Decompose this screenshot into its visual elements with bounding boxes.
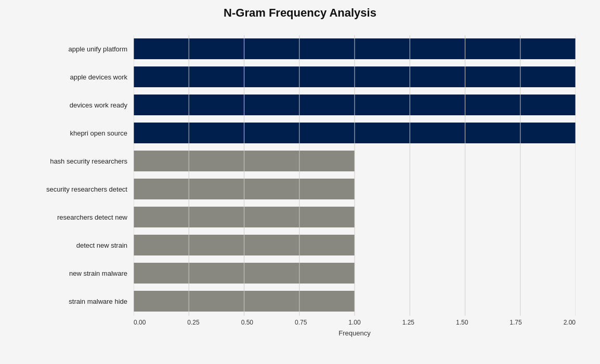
bar-track <box>134 95 576 115</box>
bar-row: apple unify platform <box>24 35 576 62</box>
bar-fill <box>134 263 355 284</box>
x-axis-tick: 1.75 <box>510 319 521 326</box>
x-axis-tick: 0.50 <box>241 319 253 326</box>
bar-track <box>134 38 576 59</box>
bar-track <box>134 207 576 227</box>
bar-fill <box>134 95 576 115</box>
x-axis-ticks: 0.000.250.500.751.001.251.501.752.00 <box>134 319 576 326</box>
chart-area: apple unify platformapple devices workde… <box>24 35 576 316</box>
chart-title: N-Gram Frequency Analysis <box>24 6 576 20</box>
x-axis-label: Frequency <box>134 329 576 337</box>
bar-label: apple unify platform <box>24 45 134 53</box>
bar-row: strain malware hide <box>24 288 576 315</box>
bar-fill <box>134 123 576 143</box>
bar-row: hash security researchers <box>24 147 576 174</box>
bar-row: researchers detect new <box>24 204 576 231</box>
bar-fill <box>134 235 355 255</box>
bar-track <box>134 123 576 143</box>
bar-track <box>134 263 576 284</box>
bar-label: apple devices work <box>24 73 134 81</box>
bar-label: new strain malware <box>24 269 134 277</box>
bar-row: new strain malware <box>24 260 576 287</box>
bar-fill <box>134 291 355 312</box>
bar-label: researchers detect new <box>24 213 134 221</box>
bar-track <box>134 291 576 312</box>
x-axis-tick: 0.25 <box>187 319 199 326</box>
bar-fill <box>134 38 576 59</box>
bar-label: strain malware hide <box>24 298 134 305</box>
bar-row: detect new strain <box>24 232 576 259</box>
bar-fill <box>134 66 576 87</box>
bar-fill <box>134 207 355 227</box>
bar-label: devices work ready <box>24 101 134 109</box>
bar-track <box>134 66 576 87</box>
bar-label: detect new strain <box>24 241 134 249</box>
bar-track <box>134 179 576 199</box>
bar-track <box>134 235 576 255</box>
bar-row: khepri open source <box>24 119 576 146</box>
bar-track <box>134 151 576 171</box>
bar-row: apple devices work <box>24 63 576 90</box>
x-axis-tick: 0.75 <box>295 319 307 326</box>
x-axis-tick: 0.00 <box>134 319 146 326</box>
x-axis-tick: 2.00 <box>564 319 576 326</box>
bar-label: hash security researchers <box>24 157 134 165</box>
x-axis-tick: 1.00 <box>348 319 360 326</box>
bar-label: security researchers detect <box>24 185 134 193</box>
x-axis-tick: 1.25 <box>402 319 414 326</box>
bar-fill <box>134 151 355 171</box>
bar-label: khepri open source <box>24 129 134 137</box>
x-axis-area: 0.000.250.500.751.001.251.501.752.00 Fre… <box>134 319 576 337</box>
chart-container: N-Gram Frequency Analysis apple unify pl… <box>14 0 586 364</box>
bar-row: devices work ready <box>24 91 576 118</box>
bar-fill <box>134 179 355 199</box>
x-axis-tick: 1.50 <box>456 319 468 326</box>
bar-row: security researchers detect <box>24 176 576 203</box>
